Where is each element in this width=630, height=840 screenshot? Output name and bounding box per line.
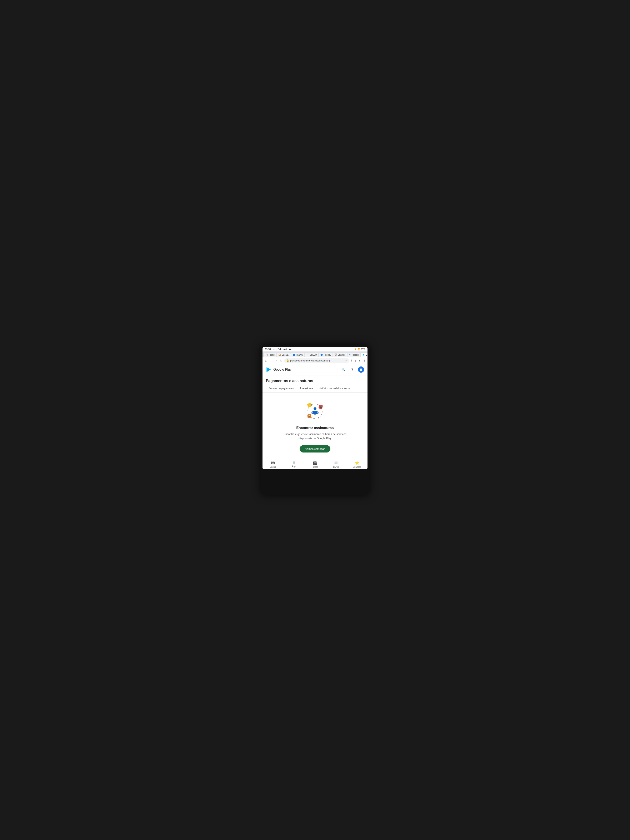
nav-home-button[interactable]: ⌂: [264, 358, 267, 363]
apps-label: Apps: [292, 465, 297, 467]
tabs-bar: 📋 Palato 🏠 Casa L. ⬤ Pharyn 📄 SciELO ⬤: [262, 352, 368, 357]
status-time: 09:59: [265, 348, 271, 351]
tab-label-gplay: Goo: [366, 354, 368, 356]
tab-pesqui[interactable]: ⬤ Pesqui.: [319, 353, 332, 357]
jogos-label: Jogos: [270, 466, 276, 468]
play-logo: Google Play: [266, 367, 292, 373]
jogos-icon: 🎮: [271, 461, 275, 465]
address-bar[interactable]: 🔒 play.google.com/store/account/subscrip…: [284, 358, 349, 363]
battery-label: 26%: [361, 348, 365, 351]
criancas-icon: ⭐: [355, 461, 359, 465]
criancas-label: Crianças: [353, 466, 361, 468]
nav-item-criancas[interactable]: ⭐ Crianças: [346, 461, 368, 468]
filmes-label: Filmes: [312, 466, 318, 468]
status-time-date: 09:59 ter., 2 de mai. ☁ •: [265, 348, 292, 351]
nav-reload-button[interactable]: ↻: [279, 358, 283, 363]
tablet-frame: 09:59 ter., 2 de mai. ☁ • 🔒 📶 26% 📋 Pala…: [261, 345, 369, 495]
nav-item-livros[interactable]: 📖 Livros: [325, 461, 346, 468]
status-bar: 09:59 ter., 2 de mai. ☁ • 🔒 📶 26%: [262, 347, 368, 352]
tab-favicon-pesqui: ⬤: [321, 354, 323, 356]
nav-item-filmes[interactable]: 🎬 Filmes: [305, 461, 325, 468]
cta-button[interactable]: Vamos começar: [300, 445, 331, 453]
menu-icon[interactable]: ⋮: [363, 359, 366, 362]
status-icons: 🔒 📶 26%: [354, 348, 365, 351]
play-header: Google Play 🔍 ? E: [262, 364, 368, 376]
tab-label-palato: Palato: [269, 354, 275, 356]
browser-actions: ⬇ ↑ 8 ⋮: [351, 359, 366, 362]
nav-item-jogos[interactable]: 🎮 Jogos: [262, 461, 284, 468]
play-header-title: Google Play: [273, 368, 292, 371]
tab-assinaturas[interactable]: Assinaturas: [297, 385, 316, 392]
tab-favicon-pharyn: ⬤: [293, 354, 295, 356]
download-icon[interactable]: ⬇: [351, 359, 353, 362]
play-content: Google Play 🔍 ? E Pagamentos e assinatur…: [262, 364, 368, 459]
subscription-illustration: ♪ 🎬 📦: [305, 401, 325, 422]
tab-label-scielo: SciELO: [310, 354, 317, 356]
tab-historico[interactable]: Histórico de pedidos e verba: [316, 385, 353, 392]
tab-favicon-scielo: 📄: [306, 354, 309, 356]
tab-favicon-casa: 🏠: [278, 354, 281, 356]
nav-back-button[interactable]: ←: [268, 358, 273, 363]
tab-google[interactable]: G google: [347, 353, 360, 357]
url-text: play.google.com/store/account/subscrip: [290, 359, 344, 362]
tab-count-badge[interactable]: 8: [358, 359, 361, 362]
share-icon[interactable]: ↑: [355, 359, 356, 362]
tab-pharyn[interactable]: ⬤ Pharyn: [291, 353, 305, 357]
secure-icon: 🔒: [286, 359, 289, 362]
account-avatar[interactable]: E: [358, 366, 364, 373]
tab-casa[interactable]: 🏠 Casa L.: [277, 353, 291, 357]
address-bar-row: ⌂ ← → ↻ 🔒 play.google.com/store/account/…: [262, 357, 368, 364]
livros-label: Livros: [333, 466, 339, 468]
subscription-description: Encontre e gerencie facilmente milhares …: [282, 432, 348, 440]
tab-favicon-gplay: [363, 354, 365, 356]
signal-icon: 📶: [357, 348, 360, 351]
tab-formas-pagamento[interactable]: Formas de pagamento: [266, 385, 297, 392]
play-logo-icon: [266, 367, 272, 373]
subscription-title: Encontrar assinaturas: [296, 426, 334, 430]
tab-palato[interactable]: 📋 Palato: [264, 353, 276, 357]
help-button[interactable]: ?: [349, 366, 355, 373]
star-icon[interactable]: ☆: [345, 359, 347, 362]
status-date: ter., 2 de mai.: [273, 348, 287, 351]
tab-favicon-palato: 📋: [265, 354, 268, 356]
tab-gplay[interactable]: Goo ✕: [361, 353, 368, 357]
tablet-screen: 09:59 ter., 2 de mai. ☁ • 🔒 📶 26% 📋 Pala…: [262, 347, 368, 469]
tab-favicon-google: G: [349, 354, 352, 356]
tab-label-pesqui: Pesqui.: [324, 354, 331, 356]
tab-scielo[interactable]: 📄 SciELO: [305, 353, 319, 357]
nav-forward-button[interactable]: →: [274, 358, 278, 363]
filmes-icon: 🎬: [313, 461, 317, 465]
nav-item-apps[interactable]: ⊞ Apps: [284, 461, 305, 468]
play-header-actions: 🔍 ? E: [340, 366, 364, 373]
bottom-nav: 🎮 Jogos ⊞ Apps 🎬 Filmes 📖 Livros ⭐ Crian…: [262, 459, 368, 469]
tab-label-casa: Casa L.: [282, 354, 289, 356]
content-tabs: Formas de pagamento Assinaturas Históric…: [262, 385, 368, 393]
search-button[interactable]: 🔍: [340, 366, 347, 373]
svg-point-7: [314, 407, 316, 410]
livros-icon: 📖: [334, 461, 338, 465]
tab-label-google: google: [352, 354, 359, 356]
tab-favicon-exames: 💬: [335, 354, 337, 356]
apps-icon: ⊞: [293, 461, 295, 464]
svg-text:📦: 📦: [308, 414, 311, 417]
page-heading: Pagamentos e assinaturas: [262, 376, 368, 383]
svg-marker-0: [363, 354, 365, 356]
tab-label-exames: Exames: [338, 354, 346, 356]
main-content-area: ♪ 🎬 📦: [262, 393, 368, 459]
lock-icon: 🔒: [354, 348, 357, 351]
browser-chrome: 📋 Palato 🏠 Casa L. ⬤ Pharyn 📄 SciELO ⬤: [262, 352, 368, 364]
tab-label-pharyn: Pharyn: [296, 354, 303, 356]
tab-exames[interactable]: 💬 Exames: [333, 353, 347, 357]
